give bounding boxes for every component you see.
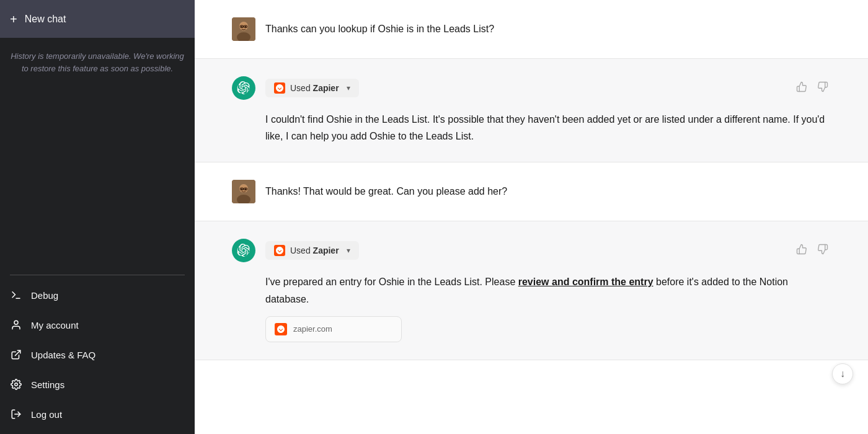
svg-point-3 <box>15 383 18 386</box>
sidebar-item-settings-label: Settings <box>31 379 64 390</box>
sidebar-item-my-account[interactable]: My account <box>0 310 195 340</box>
tool-badge-label-4: Used Zapier <box>290 246 339 255</box>
chevron-down-icon-2: ▾ <box>347 84 350 92</box>
gear-icon <box>10 378 22 391</box>
sidebar-item-my-account-label: My account <box>31 320 79 330</box>
chevron-down-icon-4: ▾ <box>347 246 350 255</box>
sidebar: + New chat History is temporarily unavai… <box>0 0 195 434</box>
user-message-1: Thanks can you lookup if Oshie is in the… <box>232 17 831 41</box>
thumbs-down-button-2[interactable] <box>815 79 831 95</box>
sidebar-item-debug-label: Debug <box>31 290 58 301</box>
sidebar-item-log-out[interactable]: Log out <box>0 399 195 429</box>
thumbs-up-button-4[interactable] <box>794 241 810 257</box>
user-avatar-3 <box>232 180 255 203</box>
history-notice: History is temporarily unavailable. We'r… <box>0 38 195 275</box>
message-group-4: Used Zapier ▾ I've prepared an entry for… <box>195 221 868 360</box>
assistant-body-2: I couldn't find Oshie in the Leads List.… <box>232 107 831 144</box>
terminal-icon <box>10 289 22 301</box>
user-message-1-text: Thanks can you lookup if Oshie is in the… <box>265 17 494 37</box>
sidebar-item-log-out-label: Log out <box>31 409 62 420</box>
assistant-message-4: Used Zapier ▾ I've prepared an entry for… <box>232 239 831 342</box>
scroll-to-bottom-button[interactable]: ↓ <box>832 363 853 384</box>
thumbs-down-button-4[interactable] <box>815 241 831 257</box>
message-group-1: Thanks can you lookup if Oshie is in the… <box>195 0 868 59</box>
plus-icon: + <box>10 13 17 25</box>
zapier-logo-icon-2 <box>274 82 285 94</box>
user-message-3-text: Thanks! That would be great. Can you ple… <box>265 180 507 200</box>
gpt-avatar-2 <box>232 76 255 100</box>
thumbs-up-button-2[interactable] <box>794 79 810 95</box>
assistant-body-4: I've prepared an entry for Oshie in the … <box>232 270 831 342</box>
person-icon <box>10 319 22 331</box>
tool-badge-zapier-4[interactable]: Used Zapier ▾ <box>265 241 359 260</box>
user-message-3: Thanks! That would be great. Can you ple… <box>232 180 831 203</box>
assistant-message-4-text: I've prepared an entry for Oshie in the … <box>265 270 831 307</box>
tool-badge-zapier-2[interactable]: Used Zapier ▾ <box>265 79 359 97</box>
sidebar-item-updates-faq[interactable]: Updates & FAQ <box>0 340 195 370</box>
external-link-icon <box>10 348 22 361</box>
feedback-buttons-2 <box>794 79 831 95</box>
user-avatar <box>232 17 255 41</box>
svg-line-2 <box>16 350 20 355</box>
zapier-card[interactable]: zapier.com <box>265 316 402 342</box>
sidebar-item-settings[interactable]: Settings <box>0 370 195 399</box>
review-confirm-link[interactable]: review and confirm the entry <box>518 277 653 287</box>
assistant-header-2: Used Zapier ▾ <box>232 76 831 100</box>
zapier-logo-icon-4 <box>274 245 285 256</box>
feedback-buttons-4 <box>794 241 831 257</box>
sidebar-nav: Debug My account Updates & FAQ <box>0 275 195 434</box>
message-group-3: Thanks! That would be great. Can you ple… <box>195 162 868 221</box>
message-group-2: Used Zapier ▾ I couldn't find Oshie in t… <box>195 59 868 162</box>
svg-point-1 <box>14 321 18 324</box>
sidebar-item-updates-faq-label: Updates & FAQ <box>31 350 95 360</box>
chat-main: Thanks can you lookup if Oshie is in the… <box>195 0 868 434</box>
assistant-header-4: Used Zapier ▾ <box>232 239 831 262</box>
assistant-message-2-text: I couldn't find Oshie in the Leads List.… <box>265 107 831 144</box>
sidebar-item-debug[interactable]: Debug <box>0 280 195 310</box>
log-out-icon <box>10 408 22 420</box>
zapier-card-url: zapier.com <box>293 324 332 334</box>
gpt-avatar-4 <box>232 239 255 262</box>
tool-badge-label-2: Used Zapier <box>290 83 339 93</box>
assistant-message-2: Used Zapier ▾ I couldn't find Oshie in t… <box>232 76 831 144</box>
zapier-card-icon <box>275 323 287 335</box>
new-chat-button[interactable]: + New chat <box>0 0 195 38</box>
new-chat-label: New chat <box>25 14 66 25</box>
